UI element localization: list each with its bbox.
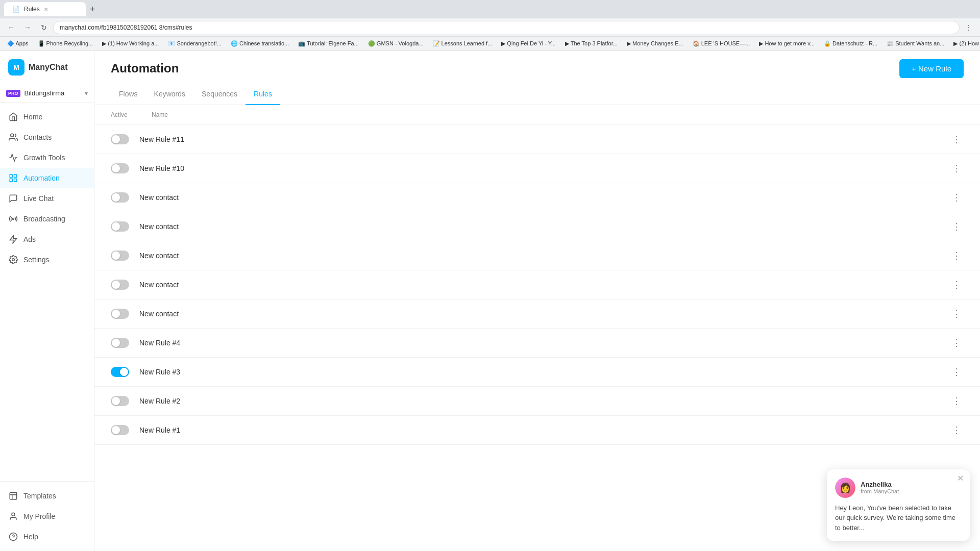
url-bar[interactable]: manychat.com/fb198150208192061 8/cms#rul… (53, 21, 960, 34)
forward-button[interactable]: → (20, 20, 35, 35)
page-title: Automation (111, 61, 179, 76)
sidebar-bottom: Templates My Profile Help (0, 481, 94, 551)
sidebar-item-label: Help (23, 533, 38, 541)
new-tab-button[interactable]: + (90, 4, 95, 15)
rule-more-button-5[interactable]: ⋮ (949, 278, 964, 292)
rule-more-button-2[interactable]: ⋮ (949, 190, 964, 205)
workspace-badge: PRO (6, 90, 20, 97)
rule-toggle-5[interactable] (111, 280, 129, 290)
new-rule-button[interactable]: + New Rule (899, 59, 964, 78)
chevron-down-icon: ▾ (85, 90, 88, 97)
svg-rect-2 (14, 174, 17, 177)
sidebar-item-my-profile[interactable]: My Profile (0, 506, 94, 527)
rule-toggle-1[interactable] (111, 163, 129, 173)
bookmark-9[interactable]: ▶ The Top 3 Platfor... (562, 39, 621, 48)
extensions-button[interactable]: ⋮ (962, 20, 976, 35)
bookmark-15[interactable]: ▶ (2) How To Add A... (950, 39, 980, 48)
rule-more-button-4[interactable]: ⋮ (949, 248, 964, 263)
sidebar-item-help[interactable]: Help (0, 527, 94, 547)
chat-sender-name: Anzhelika (861, 481, 899, 488)
tab-rules[interactable]: Rules (246, 84, 280, 105)
workspace-selector[interactable]: PRO Bildungsfirma ▾ (0, 84, 94, 103)
rule-toggle-7[interactable] (111, 338, 129, 348)
bookmark-11[interactable]: 🏠 LEE 'S HOUSE—... (690, 39, 753, 48)
table-row: New Rule #10 ⋮ (94, 154, 980, 183)
bookmark-8[interactable]: ▶ Qing Fei De Yi - Y... (498, 39, 559, 48)
rule-toggle-9[interactable] (111, 396, 129, 406)
sidebar-item-home[interactable]: Home (0, 107, 94, 127)
bookmark-7[interactable]: 📝 Lessons Learned f... (430, 39, 496, 48)
rule-more-button-10[interactable]: ⋮ (949, 423, 964, 437)
workspace-name: Bildungsfirma (24, 89, 81, 97)
rule-more-button-7[interactable]: ⋮ (949, 336, 964, 350)
rule-name-9: New Rule #2 (139, 397, 949, 405)
tab-keywords[interactable]: Keywords (146, 84, 193, 105)
table-row: New Rule #3 ⋮ (94, 358, 980, 387)
chat-popup-close-icon[interactable]: ✕ (957, 473, 964, 483)
table-row: New contact ⋮ (94, 299, 980, 329)
bookmark-5[interactable]: 📺 Tutorial: Eigene Fa... (295, 39, 362, 48)
sidebar-item-ads[interactable]: Ads (0, 229, 94, 249)
rule-more-button-3[interactable]: ⋮ (949, 219, 964, 234)
rule-toggle-2[interactable] (111, 192, 129, 203)
logo-mark: M (8, 59, 24, 76)
svg-rect-1 (10, 174, 12, 177)
back-button[interactable]: ← (4, 20, 18, 35)
sidebar-item-label: Growth Tools (23, 154, 65, 162)
sidebar-item-broadcasting[interactable]: Broadcasting (0, 209, 94, 229)
bookmark-10[interactable]: ▶ Money Changes E... (624, 39, 687, 48)
rule-toggle-8[interactable] (111, 367, 129, 377)
url-text: manychat.com/fb198150208192061 8/cms#rul… (60, 24, 192, 31)
rule-more-button-8[interactable]: ⋮ (949, 365, 964, 379)
col-active-label: Active (111, 111, 152, 118)
svg-marker-6 (10, 236, 17, 243)
table-row: New Rule #2 ⋮ (94, 387, 980, 416)
reload-button[interactable]: ↻ (37, 20, 51, 35)
rule-toggle-10[interactable] (111, 425, 129, 435)
contacts-icon (8, 132, 18, 142)
sidebar-item-contacts[interactable]: Contacts (0, 127, 94, 147)
rule-more-button-9[interactable]: ⋮ (949, 394, 964, 408)
tab-sequences[interactable]: Sequences (193, 84, 246, 105)
bookmark-apps[interactable]: 🔷 Apps (4, 39, 32, 48)
rule-toggle-4[interactable] (111, 251, 129, 261)
svg-point-7 (12, 259, 15, 261)
rule-more-button-0[interactable]: ⋮ (949, 132, 964, 146)
templates-icon (8, 491, 18, 501)
sidebar-item-growth-tools[interactable]: Growth Tools (0, 147, 94, 168)
bookmark-1[interactable]: 📱 Phone Recycling... (35, 39, 96, 48)
sidebar-item-label: My Profile (23, 512, 55, 520)
rule-toggle-0[interactable] (111, 134, 129, 144)
sidebar-item-settings[interactable]: Settings (0, 249, 94, 270)
sidebar-item-live-chat[interactable]: Live Chat (0, 188, 94, 209)
tab-close-icon[interactable]: ✕ (44, 7, 48, 12)
rule-name-2: New contact (139, 193, 949, 202)
bookmark-12[interactable]: ▶ How to get more v... (756, 39, 818, 48)
active-tab[interactable]: 📄 Rules ✕ (4, 2, 86, 16)
bookmark-14[interactable]: 📰 Student Wants an... (884, 39, 947, 48)
chat-sender-info: Anzhelika from ManyChat (861, 481, 899, 494)
sidebar: M ManyChat PRO Bildungsfirma ▾ Home Cont… (0, 51, 94, 551)
svg-rect-4 (10, 179, 12, 182)
bookmarks-bar: 🔷 Apps 📱 Phone Recycling... ▶ (1) How Wo… (0, 37, 980, 51)
avatar-image: 👩 (835, 478, 855, 498)
bookmark-3[interactable]: 📧 Sonderangebot!... (165, 39, 225, 48)
sidebar-item-label: Broadcasting (23, 215, 65, 223)
rule-toggle-3[interactable] (111, 221, 129, 232)
rule-more-button-1[interactable]: ⋮ (949, 161, 964, 176)
tab-flows[interactable]: Flows (111, 84, 146, 105)
bookmark-6[interactable]: 🟢 GMSN - Vologda... (365, 39, 427, 48)
sidebar-item-label: Contacts (23, 133, 52, 141)
rule-name-0: New Rule #11 (139, 135, 949, 143)
bookmark-4[interactable]: 🌐 Chinese translatio... (228, 39, 292, 48)
sidebar-item-label: Live Chat (23, 194, 54, 203)
bookmark-2[interactable]: ▶ (1) How Working a... (99, 39, 162, 48)
sidebar-item-templates[interactable]: Templates (0, 486, 94, 506)
rule-more-button-6[interactable]: ⋮ (949, 307, 964, 321)
bookmark-13[interactable]: 🔒 Datenschutz - R... (821, 39, 880, 48)
tab-title: Rules (24, 6, 40, 13)
browser-controls: ← → ↻ manychat.com/fb198150208192061 8/c… (0, 18, 980, 37)
live-chat-icon (8, 193, 18, 204)
rule-toggle-6[interactable] (111, 309, 129, 319)
sidebar-item-automation[interactable]: Automation (0, 168, 94, 188)
